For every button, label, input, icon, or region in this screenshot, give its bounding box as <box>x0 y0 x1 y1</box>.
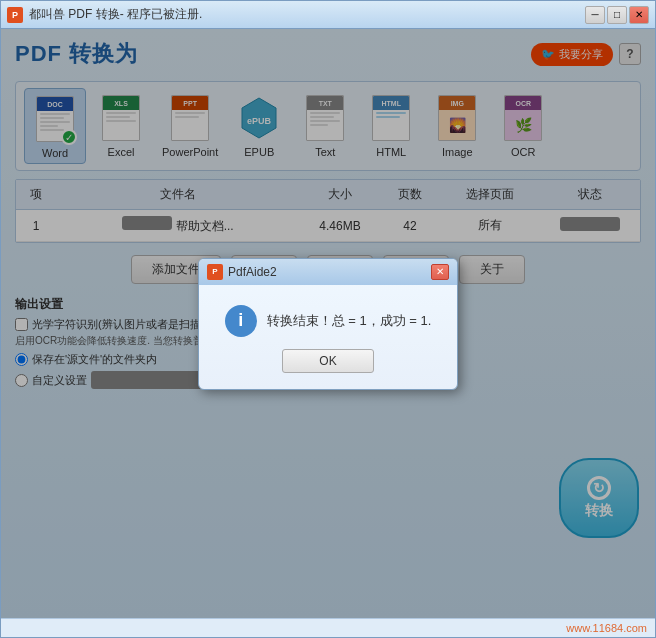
modal-close-button[interactable]: ✕ <box>431 264 449 280</box>
modal-close-icon: ✕ <box>436 266 444 277</box>
modal-dialog: P PdfAide2 ✕ i 转换结束！总 = 1，成功 = 1. OK <box>198 258 458 390</box>
modal-ok-button[interactable]: OK <box>282 349 373 373</box>
titlebar: P 都叫兽 PDF 转换- 程序已被注册. ─ □ ✕ <box>1 1 655 29</box>
modal-app-icon: P <box>207 264 223 280</box>
titlebar-left: P 都叫兽 PDF 转换- 程序已被注册. <box>7 6 202 23</box>
window-title: 都叫兽 PDF 转换- 程序已被注册. <box>29 6 202 23</box>
minimize-button[interactable]: ─ <box>585 6 605 24</box>
window-controls: ─ □ ✕ <box>585 6 649 24</box>
modal-body: i 转换结束！总 = 1，成功 = 1. OK <box>199 285 457 389</box>
app-window: P 都叫兽 PDF 转换- 程序已被注册. ─ □ ✕ PDF 转换为 🐦 我要… <box>0 0 656 638</box>
close-button[interactable]: ✕ <box>629 6 649 24</box>
watermark-bar: www.11684.com <box>1 618 655 637</box>
modal-message-row: i 转换结束！总 = 1，成功 = 1. <box>225 305 432 337</box>
modal-titlebar: P PdfAide2 ✕ <box>199 259 457 285</box>
watermark-text: www.11684.com <box>566 622 647 634</box>
modal-message-text: 转换结束！总 = 1，成功 = 1. <box>267 312 432 330</box>
modal-title-left: P PdfAide2 <box>207 264 277 280</box>
info-icon: i <box>225 305 257 337</box>
modal-overlay: P PdfAide2 ✕ i 转换结束！总 = 1，成功 = 1. OK <box>1 29 655 618</box>
app-icon: P <box>7 7 23 23</box>
main-content: PDF 转换为 🐦 我要分享 ? DOC <box>1 29 655 618</box>
modal-title-text: PdfAide2 <box>228 265 277 279</box>
maximize-button[interactable]: □ <box>607 6 627 24</box>
